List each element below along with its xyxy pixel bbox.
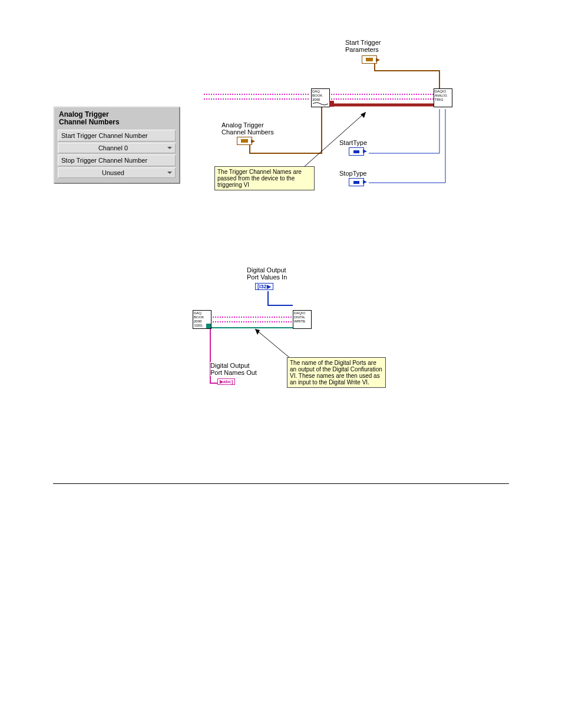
panel-title: Analog Trigger Channel Numbers <box>58 111 176 129</box>
digital-output-values-label: Digital Output Port Values In <box>247 266 287 281</box>
cluster-icon: ▶ <box>362 55 377 64</box>
start-trigger-params-label: Start Trigger Parameters <box>345 39 381 53</box>
start-trigger-value: Channel 0 <box>60 144 166 151</box>
stop-trigger-dropdown[interactable]: Unused <box>58 167 176 178</box>
svg-marker-5 <box>361 112 366 118</box>
daqio-digital-write-vi-icon: DAQIO DIGITAL WRITE <box>293 310 312 329</box>
cluster-icon: ▶ <box>237 137 252 145</box>
chevron-down-icon <box>166 170 173 176</box>
trigger-block-diagram: Start Trigger Parameters ▶ DAQ BOOK 2000… <box>204 35 469 212</box>
digital-port-names-label: Digital Output Port Names Out <box>210 362 257 376</box>
comment-box: The name of the Digital Ports are an out… <box>287 357 386 388</box>
i32-array-icon: [I32▶ <box>255 283 273 290</box>
chevron-down-icon <box>166 145 173 151</box>
stop-trigger-label: Stop Trigger Channel Number <box>58 154 176 166</box>
enum-icon: ▶ <box>349 178 364 186</box>
panel-title-line2: Channel Numbers <box>59 118 120 126</box>
svg-line-9 <box>255 329 290 358</box>
daqbook-digital-vi-icon: DAQ BOOK 2000 01001 <box>193 310 211 329</box>
analog-trigger-panel: Analog Trigger Channel Numbers Start Tri… <box>53 106 180 184</box>
digital-write-block-diagram: Digital Output Port Values In [I32▶ DAQ … <box>175 259 387 413</box>
stoptype-label: StopType <box>339 170 366 177</box>
starttype-label: StartType <box>339 139 367 146</box>
daqbook-vi-icon: DAQ BOOK 2000 <box>311 88 330 107</box>
footer-line <box>53 483 509 484</box>
start-trigger-label: Start Trigger Channel Number <box>58 130 176 141</box>
stop-trigger-value: Unused <box>60 169 166 176</box>
enum-icon: ▶ <box>349 147 364 156</box>
panel-title-line1: Analog Trigger <box>59 110 109 118</box>
svg-marker-10 <box>255 329 260 335</box>
start-trigger-dropdown[interactable]: Channel 0 <box>58 143 176 153</box>
analog-trigger-channels-label: Analog Trigger Channel Numbers <box>222 121 274 136</box>
daqio-analog-trig-vi-icon: DAQIO ANALOG TRIG <box>434 88 452 107</box>
comment-box: The Trigger Channel Names are passed fro… <box>214 166 315 190</box>
string-array-icon: ▶abc] <box>217 378 235 385</box>
